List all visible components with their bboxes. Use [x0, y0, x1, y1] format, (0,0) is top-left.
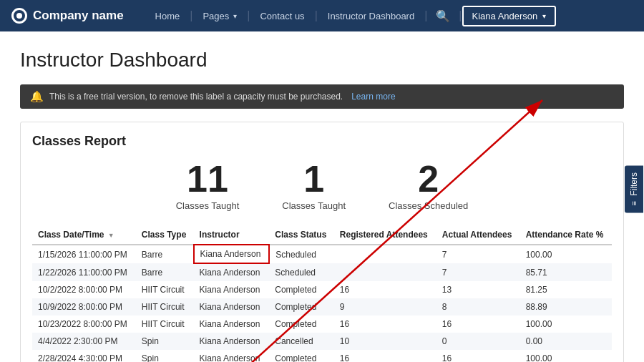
cell-status: Completed — [269, 281, 334, 298]
col-type[interactable]: Class Type — [136, 225, 194, 245]
company-name: Company name — [33, 9, 124, 23]
cell-instructor: Kiana Anderson — [194, 298, 270, 315]
stat-1: 1 Classes Taught — [282, 160, 346, 211]
report-section: Classes Report 11 Classes Taught 1 Class… — [20, 122, 624, 362]
cell-type: Spin — [136, 350, 194, 362]
col-rate[interactable]: Attendance Rate % — [520, 225, 612, 245]
cell-type: HIIT Circuit — [136, 281, 194, 298]
classes-table-wrapper: Class Date/Time ▼ Class Type Instructor … — [32, 225, 612, 362]
cell-rate: 100.00 — [520, 315, 612, 333]
table-row: 10/23/2022 8:00:00 PMHIIT CircuitKiana A… — [32, 315, 612, 333]
table-row: 10/9/2022 8:00:00 PMHIIT CircuitKiana An… — [32, 298, 612, 315]
cell-instructor: Kiana Anderson — [194, 315, 270, 333]
logo-icon — [11, 8, 27, 24]
cell-rate: 88.89 — [520, 298, 612, 315]
col-date[interactable]: Class Date/Time ▼ — [32, 225, 136, 245]
cell-rate: 0.00 — [520, 333, 612, 350]
cell-actual: 8 — [436, 298, 520, 315]
user-menu-button[interactable]: Kiana Anderson ▾ — [462, 6, 557, 26]
stats-row: 11 Classes Taught 1 Classes Taught 2 Cla… — [32, 160, 612, 211]
cell-actual: 13 — [436, 281, 520, 298]
stat-label-1: Classes Taught — [282, 200, 346, 211]
cell-registered: 10 — [334, 333, 436, 350]
col-status[interactable]: Class Status — [269, 225, 334, 245]
cell-registered: 16 — [334, 350, 436, 362]
cell-actual: 0 — [436, 333, 520, 350]
table-header-row: Class Date/Time ▼ Class Type Instructor … — [32, 225, 612, 245]
classes-table: Class Date/Time ▼ Class Type Instructor … — [32, 225, 612, 362]
stat-2: 2 Classes Scheduled — [389, 160, 468, 211]
page-title: Instructor Dashboard — [20, 49, 624, 72]
filters-tab[interactable]: ≡ Filters — [625, 165, 643, 212]
table-body: 1/15/2026 11:00:00 PMBarreKiana Anderson… — [32, 245, 612, 362]
cell-date: 1/15/2026 11:00:00 PM — [32, 245, 136, 263]
stat-label-2: Classes Scheduled — [389, 200, 468, 211]
nav-instructor-dashboard[interactable]: Instructor Dashboard — [318, 11, 424, 21]
cell-type: Spin — [136, 333, 194, 350]
pages-chevron-icon: ▾ — [233, 12, 237, 20]
cell-type: HIIT Circuit — [136, 315, 194, 333]
bell-icon: 🔔 — [30, 90, 44, 103]
cell-date: 4/4/2022 2:30:00 PM — [32, 333, 136, 350]
cell-rate: 81.25 — [520, 281, 612, 298]
main-content: Instructor Dashboard 🔔 This is a free tr… — [0, 31, 644, 362]
cell-rate: 85.71 — [520, 263, 612, 281]
cell-rate: 100.00 — [520, 350, 612, 362]
col-actual[interactable]: Actual Attendees — [436, 225, 520, 245]
cell-status: Completed — [269, 350, 334, 362]
cell-instructor: Kiana Anderson — [194, 263, 270, 281]
nav-pages[interactable]: Pages ▾ — [192, 11, 247, 21]
cell-rate: 100.00 — [520, 245, 612, 263]
stat-label-11: Classes Taught — [176, 200, 240, 211]
nav-links: Home | Pages ▾ | Contact us | Instructor… — [145, 6, 633, 26]
cell-type: Barre — [136, 245, 194, 263]
table-row: 1/15/2026 11:00:00 PMBarreKiana Anderson… — [32, 245, 612, 263]
user-chevron-icon: ▾ — [542, 12, 546, 20]
stat-number-11: 11 — [176, 160, 240, 197]
trial-banner: 🔔 This is a free trial version, to remov… — [20, 84, 624, 109]
filters-label: Filters — [629, 172, 639, 196]
cell-date: 10/9/2022 8:00:00 PM — [32, 298, 136, 315]
cell-status: Completed — [269, 298, 334, 315]
nav-home[interactable]: Home — [145, 11, 190, 21]
filters-icon: ≡ — [630, 201, 638, 205]
col-registered[interactable]: Registered Attendees — [334, 225, 436, 245]
cell-instructor: Kiana Anderson — [194, 350, 270, 362]
cell-type: HIIT Circuit — [136, 298, 194, 315]
cell-registered — [334, 245, 436, 263]
cell-status: Cancelled — [269, 333, 334, 350]
stat-11: 11 Classes Taught — [176, 160, 240, 211]
cell-status: Completed — [269, 315, 334, 333]
stat-number-2: 2 — [389, 160, 468, 197]
user-name: Kiana Anderson — [472, 11, 538, 21]
table-row: 2/28/2024 4:30:00 PMSpinKiana AndersonCo… — [32, 350, 612, 362]
table-row: 10/2/2022 8:00:00 PMHIIT CircuitKiana An… — [32, 281, 612, 298]
cell-date: 1/22/2026 11:00:00 PM — [32, 263, 136, 281]
cell-registered: 16 — [334, 281, 436, 298]
search-icon[interactable]: 🔍 — [427, 9, 459, 23]
cell-instructor: Kiana Anderson — [194, 245, 270, 263]
cell-registered: 9 — [334, 298, 436, 315]
report-wrapper: Classes Report 11 Classes Taught 1 Class… — [20, 122, 624, 362]
learn-more-link[interactable]: Learn more — [351, 92, 395, 102]
cell-actual: 7 — [436, 245, 520, 263]
table-row: 4/4/2022 2:30:00 PMSpinKiana AndersonCan… — [32, 333, 612, 350]
nav-sep-5: | — [459, 9, 462, 22]
cell-status: Scheduled — [269, 245, 334, 263]
cell-instructor: Kiana Anderson — [194, 281, 270, 298]
cell-actual: 7 — [436, 263, 520, 281]
table-row: 1/22/2026 11:00:00 PMBarreKiana Anderson… — [32, 263, 612, 281]
cell-status: Scheduled — [269, 263, 334, 281]
report-title: Classes Report — [32, 134, 612, 149]
cell-date: 10/2/2022 8:00:00 PM — [32, 281, 136, 298]
company-logo[interactable]: Company name — [11, 8, 124, 24]
navbar: Company name Home | Pages ▾ | Contact us… — [0, 0, 644, 31]
cell-date: 2/28/2024 4:30:00 PM — [32, 350, 136, 362]
col-instructor[interactable]: Instructor — [194, 225, 270, 245]
trial-text: This is a free trial version, to remove … — [49, 92, 343, 102]
cell-registered — [334, 263, 436, 281]
cell-actual: 16 — [436, 315, 520, 333]
cell-type: Barre — [136, 263, 194, 281]
nav-contact[interactable]: Contact us — [250, 11, 314, 21]
cell-registered: 16 — [334, 315, 436, 333]
